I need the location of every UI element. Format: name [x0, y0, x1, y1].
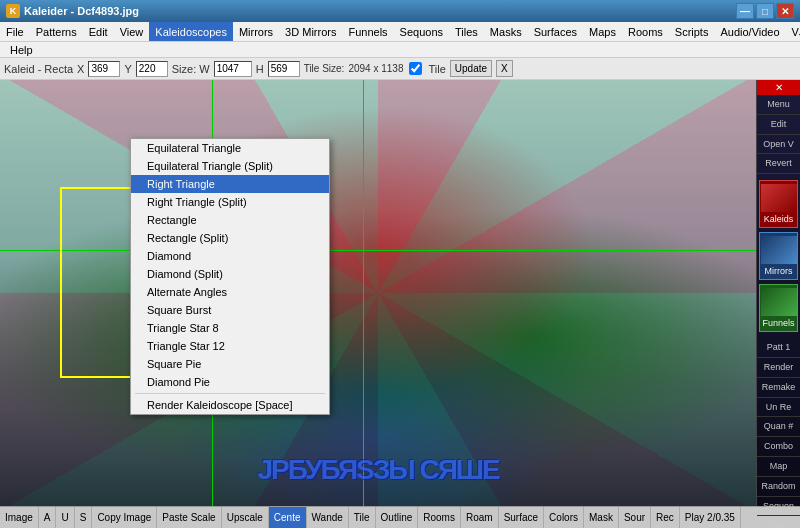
dropdown-item-diamond-split[interactable]: Diamond (Split)	[131, 265, 329, 283]
rp-kaleids-label: Kaleids	[761, 214, 796, 224]
rp-sequon[interactable]: Sequon	[757, 497, 800, 517]
statusbar-item-rec[interactable]: Rec	[651, 507, 680, 528]
toolbar-h-input[interactable]	[268, 61, 300, 77]
statusbar-item-tile[interactable]: Tile	[349, 507, 376, 528]
menu-item-kaleidoscopes[interactable]: Kaleidoscopes	[149, 22, 233, 41]
help-menu-item[interactable]: Help	[4, 42, 39, 57]
right-panel-close[interactable]: ✕	[757, 80, 800, 95]
statusbar-item-copy-image[interactable]: Copy Image	[92, 507, 157, 528]
canvas-area[interactable]: JРБУБЯSЗЫ CЯШE Equilateral TriangleEquil…	[0, 80, 756, 506]
menu-item-edit[interactable]: Edit	[83, 22, 114, 41]
rp-funnels[interactable]: Funnels	[759, 284, 798, 332]
update-button[interactable]: Update	[450, 60, 492, 77]
minimize-button[interactable]: —	[736, 3, 754, 19]
dropdown-item-triangle-star-8[interactable]: Triangle Star 8	[131, 319, 329, 337]
statusbar-item-mask[interactable]: Mask	[584, 507, 619, 528]
rp-map[interactable]: Map	[757, 457, 800, 477]
rp-patt1[interactable]: Patt 1	[757, 338, 800, 358]
helpbar: Help	[0, 42, 800, 58]
dropdown-item-render-kaleidoscope-[space][interactable]: Render Kaleidoscope [Space]	[131, 396, 329, 414]
rp-edit[interactable]: Edit	[757, 115, 800, 135]
tile-checkbox[interactable]	[409, 62, 422, 75]
toolbar-w-input[interactable]	[214, 61, 252, 77]
dropdown-item-right-triangle-split[interactable]: Right Triangle (Split)	[131, 193, 329, 211]
statusbar-item-paste-scale[interactable]: Paste Scale	[157, 507, 221, 528]
dropdown-item-rectangle-split[interactable]: Rectangle (Split)	[131, 229, 329, 247]
statusbar: ImageAUSCopy ImagePaste ScaleUpscaleCent…	[0, 506, 800, 528]
rp-quan[interactable]: Quan #	[757, 417, 800, 437]
menu-item-audio/video[interactable]: Audio/Video	[714, 22, 785, 41]
statusbar-item-sour[interactable]: Sour	[619, 507, 651, 528]
statusbar-item-upscale[interactable]: Upscale	[222, 507, 269, 528]
rp-auto[interactable]: Auto	[757, 516, 800, 528]
menu-item-rooms[interactable]: Rooms	[622, 22, 669, 41]
close-button[interactable]: ✕	[776, 3, 794, 19]
rp-revert[interactable]: Revert	[757, 154, 800, 174]
dropdown-item-equilateral-triangle[interactable]: Equilateral Triangle	[131, 139, 329, 157]
kaleidoscopes-dropdown: Equilateral TriangleEquilateral Triangle…	[130, 138, 330, 415]
maximize-button[interactable]: □	[756, 3, 774, 19]
dropdown-separator	[135, 393, 325, 394]
dropdown-item-alternate-angles[interactable]: Alternate Angles	[131, 283, 329, 301]
rp-open-v[interactable]: Open V	[757, 135, 800, 155]
dropdown-item-equilateral-triangle-split[interactable]: Equilateral Triangle (Split)	[131, 157, 329, 175]
rp-combo[interactable]: Combo	[757, 437, 800, 457]
toolbar-tile-size-label: Tile Size:	[304, 63, 345, 74]
toolbar-y-input[interactable]	[136, 61, 168, 77]
statusbar-item-u[interactable]: U	[56, 507, 74, 528]
statusbar-item-colors[interactable]: Colors	[544, 507, 584, 528]
dropdown-item-diamond-pie[interactable]: Diamond Pie	[131, 373, 329, 391]
statusbar-item-image[interactable]: Image	[0, 507, 39, 528]
statusbar-item-s[interactable]: S	[75, 507, 93, 528]
rp-un-re[interactable]: Un Re	[757, 398, 800, 418]
menu-item-scripts[interactable]: Scripts	[669, 22, 715, 41]
titlebar-left: K Kaleider - Dcf4893.jpg	[6, 4, 139, 18]
canvas-image: JРБУБЯSЗЫ CЯШE	[0, 80, 756, 506]
x-button[interactable]: X	[496, 60, 513, 77]
statusbar-item-wande[interactable]: Wande	[307, 507, 349, 528]
rp-kaleids[interactable]: Kaleids	[759, 180, 798, 228]
menu-item-vj[interactable]: VJ	[786, 22, 800, 41]
vertical-guide-line	[363, 80, 364, 506]
menu-item-3d-mirrors[interactable]: 3D Mirrors	[279, 22, 342, 41]
rp-mirrors[interactable]: Mirrors	[759, 232, 798, 280]
app-icon: K	[6, 4, 20, 18]
statusbar-item-play-2-0.35[interactable]: Play 2/0.35	[680, 507, 741, 528]
menu-item-masks[interactable]: Masks	[484, 22, 528, 41]
toolbar-tile-size-value: 2094 x 1138	[348, 63, 403, 74]
statusbar-item-rooms[interactable]: Rooms	[418, 507, 461, 528]
rp-mirrors-label: Mirrors	[761, 266, 796, 276]
rp-menu[interactable]: Menu	[757, 95, 800, 115]
rp-remake[interactable]: Remake	[757, 378, 800, 398]
rp-funnels-label: Funnels	[761, 318, 796, 328]
dropdown-item-square-burst[interactable]: Square Burst	[131, 301, 329, 319]
dropdown-item-diamond[interactable]: Diamond	[131, 247, 329, 265]
dropdown-item-right-triangle[interactable]: Right Triangle	[131, 175, 329, 193]
toolbar: Kaleid - Recta X Y Size: W H Tile Size: …	[0, 58, 800, 80]
menu-item-funnels[interactable]: Funnels	[342, 22, 393, 41]
menu-item-tiles[interactable]: Tiles	[449, 22, 484, 41]
titlebar: K Kaleider - Dcf4893.jpg — □ ✕	[0, 0, 800, 22]
menu-item-surfaces[interactable]: Surfaces	[528, 22, 583, 41]
rp-funnels-thumb	[761, 288, 797, 316]
rp-random[interactable]: Random	[757, 477, 800, 497]
toolbar-x-input[interactable]	[88, 61, 120, 77]
rp-render[interactable]: Render	[757, 358, 800, 378]
menu-item-maps[interactable]: Maps	[583, 22, 622, 41]
menu-item-file[interactable]: File	[0, 22, 30, 41]
toolbar-kaleid-label: Kaleid - Recta	[4, 63, 73, 75]
statusbar-item-a[interactable]: A	[39, 507, 57, 528]
statusbar-item-outline[interactable]: Outline	[376, 507, 419, 528]
statusbar-item-cente[interactable]: Cente	[269, 507, 307, 528]
statusbar-item-surface[interactable]: Surface	[499, 507, 544, 528]
menu-item-view[interactable]: View	[114, 22, 150, 41]
menu-item-patterns[interactable]: Patterns	[30, 22, 83, 41]
dropdown-item-triangle-star-12[interactable]: Triangle Star 12	[131, 337, 329, 355]
menu-item-mirrors[interactable]: Mirrors	[233, 22, 279, 41]
statusbar-item-roam[interactable]: Roam	[461, 507, 499, 528]
right-panel: ✕ Menu Edit Open V Revert Kaleids Mirror…	[756, 80, 800, 506]
dropdown-item-square-pie[interactable]: Square Pie	[131, 355, 329, 373]
toolbar-y-label: Y	[124, 63, 131, 75]
menu-item-sequons[interactable]: Sequons	[394, 22, 449, 41]
dropdown-item-rectangle[interactable]: Rectangle	[131, 211, 329, 229]
